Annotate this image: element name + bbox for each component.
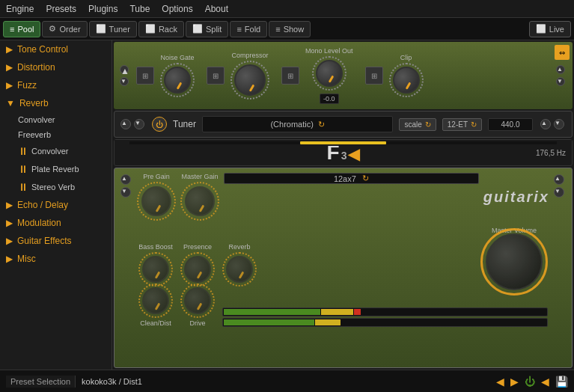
mono-level-knob[interactable] bbox=[316, 60, 343, 87]
tuner-label: Tuner bbox=[173, 119, 196, 129]
tuner-nav-up[interactable]: ▲ bbox=[120, 119, 131, 129]
bass-boost-container: Bass Boost bbox=[138, 243, 173, 287]
level-bar-green bbox=[224, 309, 320, 315]
guitarix-nav-right-up[interactable]: ▲ bbox=[554, 174, 564, 185]
sidebar-subitem-convolver2[interactable]: ⏸ Convolver bbox=[12, 142, 112, 160]
guitarix-nav-right-down[interactable]: ▼ bbox=[554, 187, 564, 197]
noise-gate-knob-container: Noise Gate bbox=[160, 54, 195, 97]
bass-boost-knob[interactable] bbox=[142, 256, 169, 283]
sidebar-subitem-stereo-verb[interactable]: ⏸ Stereo Verb bbox=[12, 178, 112, 196]
power-icon[interactable]: ⏻ bbox=[525, 376, 535, 388]
tuner-power-btn[interactable]: ⏻ bbox=[152, 117, 167, 132]
master-gain-knob[interactable] bbox=[185, 186, 215, 216]
modulation-arrow: ▶ bbox=[6, 218, 13, 228]
tuner-mode-display: (Chromatic) ↻ bbox=[202, 116, 394, 132]
convolver2-bullet: ⏸ bbox=[18, 145, 28, 157]
tuner-nav-down[interactable]: ▼ bbox=[134, 119, 144, 129]
sidebar-item-fuzz[interactable]: ▶ Fuzz bbox=[0, 76, 112, 94]
sidebar-subitem-plate-reverb[interactable]: ⏸ Plate Reverb bbox=[12, 160, 112, 178]
tuner-refresh-icon[interactable]: ↻ bbox=[318, 120, 325, 129]
mono-grid-btn[interactable]: ⊞ bbox=[281, 67, 299, 85]
nav-right-up[interactable]: ▲ bbox=[556, 65, 565, 74]
pool-button[interactable]: ≡ Pool bbox=[3, 21, 40, 37]
guitarix-logo: guitarix bbox=[483, 189, 549, 206]
drive-container: Drive bbox=[180, 284, 215, 327]
show-button[interactable]: ≡ Show bbox=[269, 21, 311, 37]
tone-control-arrow: ▶ bbox=[6, 44, 13, 55]
pool-icon: ≡ bbox=[10, 25, 14, 34]
fold-icon: ≡ bbox=[236, 25, 241, 34]
sidebar-item-guitar-effects[interactable]: ▶ Guitar Effects bbox=[0, 232, 112, 250]
sidebar-item-tone-control[interactable]: ▶ Tone Control bbox=[0, 40, 112, 58]
distortion-arrow: ▶ bbox=[6, 62, 13, 73]
sidebar-item-misc[interactable]: ▶ Misc bbox=[0, 250, 112, 268]
nav-right-down[interactable]: ▼ bbox=[556, 77, 565, 86]
clip-knob[interactable] bbox=[393, 67, 420, 94]
compressor-grid-btn[interactable]: ⊞ bbox=[207, 67, 225, 85]
menu-tube[interactable]: Tube bbox=[129, 4, 150, 14]
menu-engine[interactable]: Engine bbox=[6, 4, 34, 14]
preset-refresh-icon[interactable]: ↻ bbox=[362, 174, 369, 183]
tuner-panel: ▲ ▼ ⏻ Tuner (Chromatic) ↻ scale ↻ 12-ET … bbox=[114, 111, 573, 138]
tuner-nav-right-up[interactable]: ▲ bbox=[540, 119, 551, 129]
nav-down-btn[interactable]: ▼ bbox=[120, 77, 129, 86]
reverb-arrow: ▼ bbox=[6, 98, 15, 108]
level-bar-yellow bbox=[321, 309, 353, 315]
menu-about[interactable]: About bbox=[205, 4, 228, 14]
settings-icon[interactable]: ◀ bbox=[541, 376, 549, 388]
clip-grid-btn[interactable]: ⊞ bbox=[365, 67, 383, 85]
panel-menu-btn[interactable]: ⇔ bbox=[555, 45, 570, 60]
compressor-knob[interactable] bbox=[234, 64, 266, 96]
tuner-button[interactable]: ⬜ Tuner bbox=[89, 21, 137, 37]
echo-delay-arrow: ▶ bbox=[6, 200, 13, 210]
nav-up-btn[interactable]: ▲ bbox=[120, 65, 129, 74]
guitarix-nav-down[interactable]: ▼ bbox=[120, 187, 131, 197]
tuner-icon: ⬜ bbox=[96, 24, 106, 34]
rack-button[interactable]: ⬜ Rack bbox=[138, 21, 184, 37]
save-icon[interactable]: 💾 bbox=[555, 376, 568, 388]
live-button[interactable]: ⬜ Live bbox=[529, 21, 571, 37]
prev-preset-icon[interactable]: ◀ bbox=[496, 376, 504, 388]
fold-button[interactable]: ≡ Fold bbox=[230, 21, 267, 37]
stereo-verb-bullet: ⏸ bbox=[18, 181, 28, 193]
reverb-knob[interactable] bbox=[226, 256, 253, 283]
split-button[interactable]: ⬜ Split bbox=[186, 21, 228, 37]
menu-presets[interactable]: Presets bbox=[46, 4, 76, 14]
next-preset-icon[interactable]: ▶ bbox=[510, 376, 519, 388]
split-icon: ⬜ bbox=[192, 24, 203, 34]
drive-knob[interactable] bbox=[184, 287, 211, 314]
plate-reverb-bullet: ⏸ bbox=[18, 163, 28, 175]
sidebar-item-reverb[interactable]: ▼ Reverb bbox=[0, 94, 112, 112]
menu-plugins[interactable]: Plugins bbox=[88, 4, 117, 14]
note-display-panel: F 3 ◀ 176,5 Hz bbox=[114, 139, 573, 166]
status-bar: Preset Selection kokoko3k / Dist1 ◀ ▶ ⏻ … bbox=[0, 370, 574, 392]
noise-gate-knob[interactable] bbox=[164, 67, 191, 94]
main-layout: ▶ Tone Control ▶ Distortion ▶ Fuzz ▼ Rev… bbox=[0, 40, 574, 370]
order-button[interactable]: ⚙ Order bbox=[42, 21, 87, 37]
tuner-nav-right-down[interactable]: ▼ bbox=[554, 119, 564, 129]
master-gain-container: Master Gain bbox=[180, 173, 219, 221]
sidebar-item-echo-delay[interactable]: ▶ Echo / Delay bbox=[0, 196, 112, 214]
menu-options[interactable]: Options bbox=[162, 4, 192, 14]
sidebar-subitem-convolver[interactable]: Convolver bbox=[12, 112, 112, 127]
preset-selection-label: Preset Selection bbox=[6, 376, 76, 388]
clean-dist-knob[interactable] bbox=[142, 287, 169, 314]
tuner-temperament-btn[interactable]: 12-ET ↻ bbox=[442, 118, 482, 131]
tuner-scale-btn[interactable]: scale ↻ bbox=[399, 118, 436, 131]
guitarix-preset-dropdown[interactable]: 12ax7 ↻ bbox=[224, 173, 479, 184]
pre-gain-container: Pre Gain bbox=[137, 173, 176, 221]
master-volume-knob[interactable] bbox=[486, 233, 543, 290]
sidebar-item-modulation[interactable]: ▶ Modulation bbox=[0, 214, 112, 232]
presence-knob[interactable] bbox=[184, 256, 211, 283]
guitarix-nav-up[interactable]: ▲ bbox=[120, 174, 131, 185]
tuner-frequency-display: 440.0 bbox=[488, 118, 533, 131]
sidebar-item-distortion[interactable]: ▶ Distortion bbox=[0, 58, 112, 76]
scale-refresh-icon: ↻ bbox=[425, 120, 431, 129]
preset-value: kokoko3k / Dist1 bbox=[82, 377, 142, 386]
menu-bar: Engine Presets Plugins Tube Options Abou… bbox=[0, 0, 574, 18]
grid-button[interactable]: ⊞ bbox=[136, 67, 154, 85]
sidebar-subitem-freeverb[interactable]: Freeverb bbox=[12, 127, 112, 142]
pre-gain-knob[interactable] bbox=[141, 186, 171, 216]
note-arrow-icon: ◀ bbox=[348, 145, 359, 163]
sidebar: ▶ Tone Control ▶ Distortion ▶ Fuzz ▼ Rev… bbox=[0, 40, 112, 370]
